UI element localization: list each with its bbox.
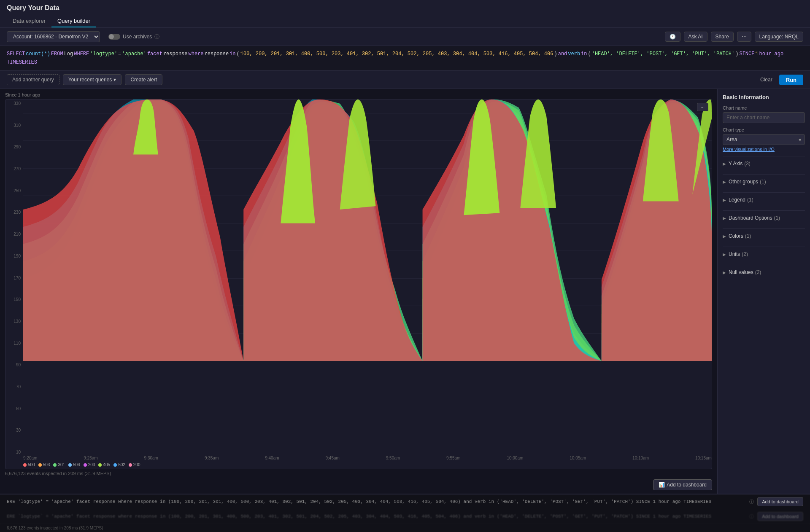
kw-and: and: [558, 50, 567, 58]
chart-type-select-wrapper: Area Line Bar Stacked Bar: [723, 134, 805, 145]
stats-bar: 6,676,123 events inspected in 209 ms (31…: [5, 469, 712, 478]
chart-name-group: Chart name: [723, 105, 805, 123]
language-label[interactable]: Language: NRQL: [755, 32, 803, 42]
chevron-icon: ▶: [723, 252, 726, 257]
chevron-icon: ▶: [723, 234, 726, 239]
other-groups-section: ▶ Other groups (1): [723, 174, 805, 189]
chart-area: Since 1 hour ago ··· 330 310 290 270 250…: [0, 89, 717, 494]
colors-section: ▶ Colors (1): [723, 228, 805, 243]
top-right-actions: 🕐 Ask AI Share ⋯ Language: NRQL: [665, 32, 803, 42]
units-section: ▶ Units (2): [723, 247, 805, 261]
other-groups-header[interactable]: ▶ Other groups (1): [723, 175, 805, 189]
kw-log: Log: [64, 50, 73, 58]
chart-type-group: Chart type Area Line Bar Stacked Bar Mor…: [723, 127, 805, 152]
y-axis-section: ▶ Y Axis (3): [723, 156, 805, 171]
bottom-info-icon-1[interactable]: ⓘ: [749, 499, 754, 505]
chevron-icon: ▶: [723, 216, 726, 220]
chart-name-label: Chart name: [723, 105, 805, 110]
kw-func: count(*): [26, 50, 50, 58]
run-btn[interactable]: Run: [779, 75, 803, 85]
toolbar: Account: 1606862 - Demotron V2 Use archi…: [0, 28, 810, 46]
more-btn[interactable]: ⋯: [737, 32, 751, 42]
app-container: Query Your Data Data explorer Query buil…: [0, 0, 810, 532]
page-title: Query Your Data: [7, 4, 803, 12]
kw-where2: where: [189, 50, 204, 58]
legend: 500 503 301 504: [23, 462, 712, 467]
legend-item-500: 500: [23, 462, 35, 467]
info-icon: ⓘ: [154, 33, 159, 40]
legend-item-504: 504: [68, 462, 80, 467]
kw-since: SINCE: [739, 50, 754, 58]
chart-type-select[interactable]: Area Line Bar Stacked Bar: [723, 134, 805, 145]
chart-svg: [23, 99, 712, 375]
bottom-info-icon-2[interactable]: ⓘ: [749, 513, 754, 520]
account-select[interactable]: Account: 1606862 - Demotron V2: [7, 31, 100, 42]
add-to-dashboard-btn[interactable]: 📊 Add to dashboard: [653, 479, 712, 490]
bottom-query-text-1: ERE 'logtype' = 'apache' facet response …: [7, 499, 746, 504]
main-content: Since 1 hour ago ··· 330 310 290 270 250…: [0, 89, 810, 494]
share-btn[interactable]: Share: [711, 32, 734, 42]
kw-facet: facet: [147, 50, 162, 58]
tab-query-builder[interactable]: Query builder: [51, 15, 96, 27]
kw-in1: in: [230, 50, 235, 58]
query-actions: Add another query Your recent queries ▾ …: [0, 71, 810, 89]
query-editor[interactable]: SELECT count(*) FROM Log WHERE 'logtype'…: [0, 46, 810, 71]
bottom-panel: ERE 'logtype' = 'apache' facet response …: [0, 494, 810, 532]
kw-select: SELECT: [7, 50, 25, 58]
bottom-query-row-2: ERE `logtype` = 'apache' facet response …: [0, 509, 810, 524]
bottom-add-btn-1[interactable]: Add to dashboard: [757, 497, 803, 506]
chart-name-input[interactable]: [723, 112, 805, 123]
recent-queries-btn[interactable]: Your recent queries ▾: [63, 74, 122, 85]
bottom-add-btn-2[interactable]: Add to dashboard: [757, 512, 803, 521]
legend-item-301: 301: [53, 462, 65, 467]
legend-item-203: 203: [84, 462, 95, 467]
dashboard-options-header[interactable]: ▶ Dashboard Options (1): [723, 211, 805, 225]
chart-container: ··· 330 310 290 270 250 230 210 190 170 …: [5, 99, 712, 469]
bottom-stats: 6,676,123 events inspected in 208 ms (31…: [0, 524, 810, 532]
history-btn[interactable]: 🕐: [665, 32, 680, 42]
more-viz-link[interactable]: More visualizations in I/O: [723, 147, 805, 152]
use-archives-toggle[interactable]: [108, 34, 120, 40]
right-panel: Basic information Chart name Chart type …: [717, 89, 810, 494]
legend-item-405: 405: [98, 462, 110, 467]
kw-where1: WHERE: [74, 50, 89, 58]
legend-item-200: 200: [129, 462, 140, 467]
chevron-icon: ▶: [723, 161, 726, 166]
panel-title: Basic information: [723, 94, 805, 100]
legend-item-502: 502: [113, 462, 125, 467]
query-line: SELECT count(*) FROM Log WHERE 'logtype'…: [7, 50, 803, 66]
null-values-header[interactable]: ▶ Null values (2): [723, 265, 805, 279]
chevron-icon: ▶: [723, 180, 726, 184]
add-another-query-btn[interactable]: Add another query: [7, 74, 59, 85]
y-axis-header[interactable]: ▶ Y Axis (3): [723, 156, 805, 171]
kw-verb: verb: [568, 50, 580, 58]
kw-from: FROM: [51, 50, 63, 58]
bottom-query-row-1: ERE 'logtype' = 'apache' facet response …: [0, 494, 810, 509]
legend-item-503: 503: [38, 462, 50, 467]
header: Query Your Data Data explorer Query buil…: [0, 0, 810, 28]
use-archives-label: Use archives: [123, 34, 152, 40]
y-axis: 330 310 290 270 250 230 210 190 170 150 …: [5, 99, 22, 456]
chart-type-label: Chart type: [723, 127, 805, 132]
colors-header[interactable]: ▶ Colors (1): [723, 229, 805, 243]
dashboard-options-section: ▶ Dashboard Options (1): [723, 210, 805, 225]
bottom-query-text-2: ERE `logtype` = 'apache' facet response …: [7, 514, 746, 519]
kw-str2: 'apache': [122, 50, 146, 58]
legend-header[interactable]: ▶ Legend (1): [723, 193, 805, 207]
units-header[interactable]: ▶ Units (2): [723, 247, 805, 261]
tab-data-explorer[interactable]: Data explorer: [7, 15, 51, 27]
null-values-section: ▶ Null values (2): [723, 265, 805, 279]
use-archives-toggle-row: Use archives ⓘ: [108, 33, 159, 40]
toggle-knob: [109, 34, 114, 39]
create-alert-btn[interactable]: Create alert: [125, 74, 162, 85]
chart-options-btn[interactable]: ···: [697, 103, 708, 111]
tabs: Data explorer Query builder: [7, 15, 803, 27]
legend-section: ▶ Legend (1): [723, 192, 805, 207]
since-label: Since 1 hour ago: [5, 92, 712, 97]
kw-timeseries: TIMESERIES: [7, 59, 37, 66]
clear-btn[interactable]: Clear: [757, 75, 776, 85]
x-axis: 9:20am 9:25am 9:30am 9:35am 9:40am 9:45a…: [23, 456, 712, 460]
chevron-icon: ▶: [723, 270, 726, 275]
kw-in2: in: [581, 50, 587, 58]
ask-ai-btn[interactable]: Ask AI: [684, 32, 707, 42]
